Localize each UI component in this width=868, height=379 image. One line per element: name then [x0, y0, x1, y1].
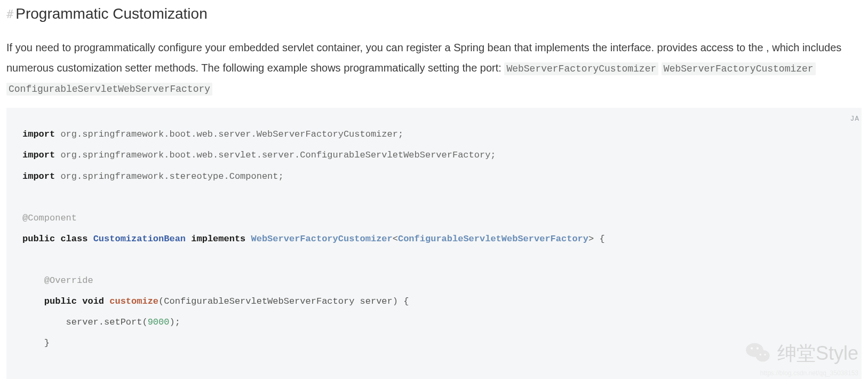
- kw-import: import: [22, 150, 55, 160]
- kw-public: public: [44, 296, 77, 306]
- pkg-1: org.springframework.boot.web.server.WebS…: [60, 129, 403, 139]
- class-name: CustomizationBean: [93, 234, 186, 244]
- method-customize: customize: [109, 296, 158, 306]
- kw-class: class: [60, 234, 87, 244]
- body-line: server.setPort(: [22, 317, 148, 327]
- pkg-2: org.springframework.boot.web.servlet.ser…: [60, 150, 496, 160]
- kw-implements: implements: [191, 234, 245, 244]
- code-language-tag: JA: [850, 111, 859, 127]
- kw-import: import: [22, 171, 55, 181]
- section-heading: # Programmatic Customization: [6, 5, 862, 22]
- port-number: 9000: [148, 317, 170, 327]
- interface-name: WebServerFactoryCustomizer: [251, 234, 393, 244]
- kw-void: void: [82, 296, 104, 306]
- generic-type: ConfigurableServletWebServerFactory: [398, 234, 588, 244]
- inline-code-2: WebServerFactoryCustomizer: [662, 62, 816, 75]
- kw-import: import: [22, 129, 55, 139]
- method-params: (ConfigurableServletWebServerFactory ser…: [158, 296, 409, 306]
- inline-code-1: WebServerFactoryCustomizer: [504, 62, 658, 75]
- heading-text: Programmatic Customization: [15, 5, 207, 22]
- anchor-icon: #: [6, 7, 13, 21]
- inline-code-3: ConfigurableServletWebServerFactory: [6, 83, 212, 96]
- kw-public: public: [22, 234, 55, 244]
- pkg-3: org.springframework.stereotype.Component…: [60, 171, 283, 181]
- annotation-component: @Component: [22, 213, 77, 223]
- annotation-override: @Override: [44, 275, 93, 286]
- code-block[interactable]: JAimport org.springframework.boot.web.se…: [6, 108, 862, 379]
- intro-paragraph: If you need to programmatically configur…: [6, 37, 862, 98]
